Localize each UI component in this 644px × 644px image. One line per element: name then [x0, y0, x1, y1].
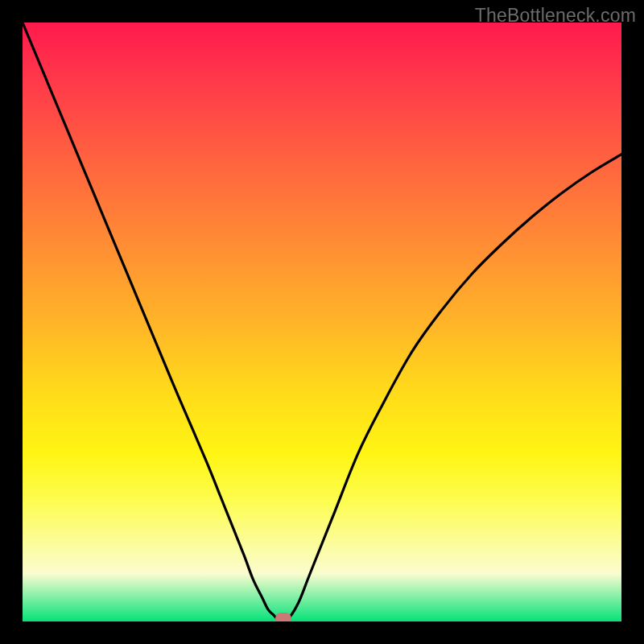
- chart-frame: TheBottleneck.com: [0, 0, 644, 644]
- bottleneck-curve-path: [23, 23, 621, 621]
- optimum-marker: [275, 613, 291, 621]
- plot-area: [23, 23, 621, 621]
- curve-svg: [23, 23, 621, 621]
